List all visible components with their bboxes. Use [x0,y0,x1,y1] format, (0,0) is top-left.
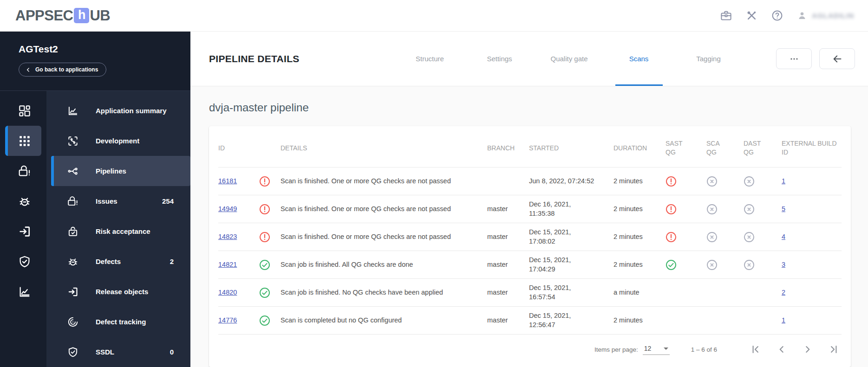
content-area: PIPELINE DETAILS Structure Settings Qual… [190,32,868,367]
scan-details: Scan is completed but no QG configured [281,307,487,335]
external-build-link[interactable]: 1 [782,316,785,324]
go-back-button[interactable]: Go back to applications [19,63,106,77]
rail-item[interactable] [5,96,41,126]
rail-item[interactable] [5,216,41,246]
success-icon [259,315,270,326]
menu-item-label: Risk acceptance [96,227,150,235]
col-dast-qg: DAST QG [744,126,782,167]
content-body: dvja-master pipeline ID DETAILS BRANCH [190,86,868,367]
scan-started: Dec 15, 2021, 17:04:29 [529,251,613,279]
lock-alert-icon [67,195,79,207]
prev-page-icon[interactable] [776,343,788,355]
scan-branch: master [487,279,529,307]
table-header-row: ID DETAILS BRANCH STARTED DURATION SAST … [218,126,842,167]
tab[interactable]: Structure [395,32,465,86]
error-icon [259,176,270,187]
rail-item[interactable] [5,186,41,216]
sidebar-menu-item[interactable]: Defects 2 [46,246,190,277]
exit-to-app-icon [67,286,79,298]
sidebar: AGTest2 Go back to applications [0,32,190,367]
sidebar-menu-item[interactable]: SSDL 0 [46,337,190,367]
header-actions [776,48,855,69]
logo-text-suffix: UB [90,7,110,24]
sidebar-header: AGTest2 Go back to applications [0,32,190,91]
sidebar-menu-item[interactable]: Pipelines [51,156,190,186]
scan-id-link[interactable]: 14776 [218,316,237,324]
scan-duration: a minute [613,279,666,307]
next-page-icon[interactable] [802,343,814,355]
error-icon [259,204,270,215]
scan-branch: master [487,307,529,335]
sidebar-menu-item[interactable]: Defect tracking [46,307,190,337]
error-icon [666,204,677,215]
cancelled-icon [744,176,755,187]
header-action-button[interactable] [776,48,812,69]
col-id: ID [218,126,259,167]
bug-icon [67,256,79,268]
success-icon [259,287,270,298]
success-icon [259,259,270,270]
line-chart-icon [18,285,32,299]
external-build-link[interactable]: 1 [782,177,785,185]
scan-id-link[interactable]: 14949 [218,205,237,212]
error-icon [259,232,270,243]
rail-item[interactable] [5,156,41,186]
header-action-button[interactable] [819,48,855,69]
tab[interactable]: Quality gate [535,32,604,86]
items-per-page-label: Items per page: [594,346,638,353]
tab[interactable]: Scans [604,32,674,86]
sidebar-menu-item[interactable]: Issues 254 [46,186,190,216]
lock-alert-icon [18,164,32,178]
scan-started: Dec 16, 2021, 11:35:38 [529,195,613,223]
page-range-label: 1 – 6 of 6 [691,346,717,353]
logo-h-block: h [74,8,89,23]
tab[interactable]: Settings [465,32,535,86]
go-back-label: Go back to applications [35,66,98,73]
scans-card: ID DETAILS BRANCH STARTED DURATION SAST … [209,126,851,367]
scan-duration: 2 minutes [613,251,666,279]
top-bar: APPSEC h UB AGLADILIN [0,0,868,32]
col-sast-qg: SAST QG [666,126,706,167]
sidebar-menu-item[interactable]: Application summary [46,96,190,126]
scan-id-link[interactable]: 16181 [218,177,237,185]
help-icon[interactable] [771,9,783,22]
tab[interactable]: Tagging [674,32,744,86]
page-title: PIPELINE DETAILS [209,53,362,64]
external-build-link[interactable]: 4 [782,233,785,240]
cancelled-icon [706,259,718,270]
scan-row: 14949 Scan is finished. One or more QG c… [218,195,842,223]
col-branch: BRANCH [487,126,529,167]
last-page-icon[interactable] [828,343,840,355]
col-external-build-id: EXTERNAL BUILD ID [782,126,842,167]
briefcase-icon[interactable] [720,9,732,22]
menu-item-label: Development [96,137,139,145]
rail-item[interactable] [5,277,41,307]
line-chart-icon [67,105,79,117]
tools-icon[interactable] [745,9,758,22]
scan-branch: master [487,251,529,279]
external-build-link[interactable]: 3 [782,261,785,268]
chevron-left-icon [25,67,31,73]
items-per-page-select[interactable]: 12 [643,344,670,355]
external-build-link[interactable]: 2 [782,289,785,296]
sidebar-menu-item[interactable]: Release objects [46,277,190,307]
scan-id-link[interactable]: 14820 [218,289,237,296]
scan-id-link[interactable]: 14821 [218,261,237,268]
arrow-left-icon [832,53,843,64]
success-icon [666,259,677,270]
external-build-link[interactable]: 5 [782,205,785,212]
sidebar-menu-item[interactable]: Risk acceptance [46,216,190,246]
bug-icon [18,194,32,208]
scan-duration: 2 minutes [613,195,666,223]
rail-item[interactable] [5,126,41,156]
cancelled-icon [706,232,718,243]
user-menu[interactable]: AGLADILIN [796,10,854,21]
scan-id-link[interactable]: 14823 [218,233,237,240]
sidebar-menu-item[interactable]: Development [46,126,190,156]
scan-row: 14820 Scan job is finished. No QG checks… [218,279,842,307]
first-page-icon[interactable] [750,343,762,355]
scan-details: Scan is finished. One or more QG checks … [281,167,487,195]
cancelled-icon [744,232,755,243]
rail-item[interactable] [5,246,41,277]
tab-label: Tagging [696,55,721,63]
